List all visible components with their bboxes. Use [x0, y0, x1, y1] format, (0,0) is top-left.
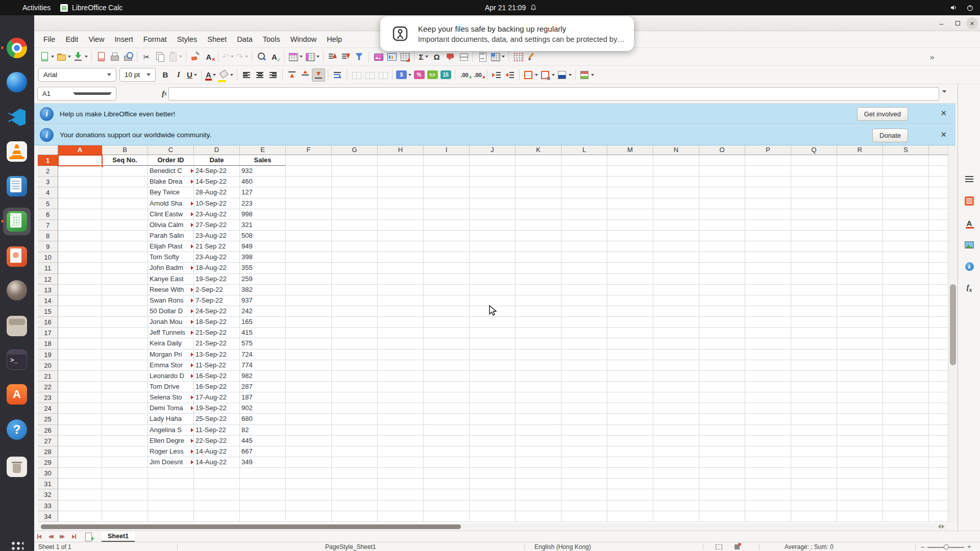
cell-Q30[interactable]: [791, 468, 837, 479]
cell-G3[interactable]: [332, 177, 378, 187]
cell-G14[interactable]: [332, 295, 378, 306]
cell-P29[interactable]: [745, 457, 791, 468]
cell-Q10[interactable]: [791, 252, 837, 263]
cell-K28[interactable]: [516, 446, 561, 457]
cell-I25[interactable]: [424, 414, 470, 424]
cell-C7[interactable]: Olivia Calm: [148, 220, 194, 231]
cell-A32[interactable]: [58, 489, 102, 500]
cell-M32[interactable]: [607, 489, 653, 500]
cell-K19[interactable]: [516, 349, 561, 360]
cell-S2[interactable]: [883, 166, 929, 177]
cell-G17[interactable]: [332, 328, 378, 338]
cell-C10[interactable]: Tom Softy: [148, 252, 194, 263]
cell-K31[interactable]: [516, 479, 561, 489]
row-header-4[interactable]: 4: [38, 187, 58, 198]
cell-partial-20[interactable]: [929, 360, 948, 371]
cell-P12[interactable]: [745, 274, 791, 285]
font-name-combo[interactable]: Arial: [38, 68, 116, 82]
cell-N9[interactable]: [653, 241, 699, 252]
cell-R25[interactable]: [837, 414, 883, 424]
donate-button[interactable]: Donate: [872, 129, 908, 142]
cell-N5[interactable]: [653, 198, 699, 209]
cell-N4[interactable]: [653, 187, 699, 198]
cell-R30[interactable]: [837, 468, 883, 479]
cell-F4[interactable]: [286, 187, 332, 198]
cell-B12[interactable]: [102, 274, 148, 285]
row-header-33[interactable]: 33: [38, 500, 58, 511]
row-header-16[interactable]: 16: [38, 317, 58, 328]
column-header-G[interactable]: G: [332, 145, 378, 155]
column-header-A[interactable]: A: [58, 145, 102, 155]
cell-C19[interactable]: Morgan Pri: [148, 349, 194, 360]
cell-Q22[interactable]: [791, 382, 837, 392]
center-vertically-button[interactable]: [299, 68, 312, 82]
cell-I5[interactable]: [424, 198, 470, 209]
cell-L24[interactable]: [561, 403, 607, 414]
cell-D28[interactable]: 14-Aug-22: [194, 446, 240, 457]
cell-J7[interactable]: [470, 220, 516, 231]
autofilter-button[interactable]: [353, 50, 366, 63]
column-header-K[interactable]: K: [516, 145, 561, 155]
row-header-7[interactable]: 7: [38, 220, 58, 231]
cell-B13[interactable]: [102, 285, 148, 295]
cell-G9[interactable]: [332, 241, 378, 252]
row-header-5[interactable]: 5: [38, 198, 58, 209]
close-icon[interactable]: ✕: [940, 131, 947, 138]
cell-M1[interactable]: [607, 155, 653, 166]
cell-O17[interactable]: [699, 328, 745, 338]
cell-G15[interactable]: [332, 306, 378, 317]
cell-Q29[interactable]: [791, 457, 837, 468]
cell-A1[interactable]: [58, 155, 102, 166]
cell-B17[interactable]: [102, 328, 148, 338]
cell-M21[interactable]: [607, 371, 653, 382]
cell-J14[interactable]: [470, 295, 516, 306]
cell-P30[interactable]: [745, 468, 791, 479]
cell-B34[interactable]: [102, 511, 148, 522]
bold-button[interactable]: B: [159, 68, 172, 82]
cell-L32[interactable]: [561, 489, 607, 500]
row-header-20[interactable]: 20: [38, 360, 58, 371]
cell-I2[interactable]: [424, 166, 470, 177]
cell-P3[interactable]: [745, 177, 791, 187]
cell-E26[interactable]: 82: [240, 425, 286, 436]
cell-K33[interactable]: [516, 500, 561, 511]
cell-C3[interactable]: Blake Drea: [148, 177, 194, 187]
cell-L6[interactable]: [561, 209, 607, 220]
cell-N10[interactable]: [653, 252, 699, 263]
cell-H22[interactable]: [378, 382, 424, 392]
cell-C15[interactable]: 50 Dollar D: [148, 306, 194, 317]
cell-partial-10[interactable]: [929, 252, 948, 263]
cell-M29[interactable]: [607, 457, 653, 468]
cell-J18[interactable]: [470, 338, 516, 349]
cell-D5[interactable]: 10-Sep-22: [194, 198, 240, 209]
cell-S22[interactable]: [883, 382, 929, 392]
cell-N29[interactable]: [653, 457, 699, 468]
row-header-8[interactable]: 8: [38, 231, 58, 241]
cell-J27[interactable]: [470, 436, 516, 446]
cell-E21[interactable]: 982: [240, 371, 286, 382]
cell-H12[interactable]: [378, 274, 424, 285]
cell-N28[interactable]: [653, 446, 699, 457]
row-header-29[interactable]: 29: [38, 457, 58, 468]
cell-M31[interactable]: [607, 479, 653, 489]
cell-D25[interactable]: 25-Sep-22: [194, 414, 240, 424]
cell-H27[interactable]: [378, 436, 424, 446]
cell-E12[interactable]: 259: [240, 274, 286, 285]
cell-J28[interactable]: [470, 446, 516, 457]
cell-J1[interactable]: [470, 155, 516, 166]
cell-I28[interactable]: [424, 446, 470, 457]
cell-I21[interactable]: [424, 371, 470, 382]
cell-A9[interactable]: [58, 241, 102, 252]
cell-I18[interactable]: [424, 338, 470, 349]
cell-R8[interactable]: [837, 231, 883, 241]
cell-H18[interactable]: [378, 338, 424, 349]
cell-B19[interactable]: [102, 349, 148, 360]
cell-O34[interactable]: [699, 511, 745, 522]
cell-D3[interactable]: 14-Sep-22: [194, 177, 240, 187]
cell-B11[interactable]: [102, 263, 148, 273]
cell-P5[interactable]: [745, 198, 791, 209]
format-as-date-button[interactable]: 15: [439, 68, 452, 82]
cell-S9[interactable]: [883, 241, 929, 252]
headers-and-footers-button[interactable]: [476, 50, 489, 63]
cell-L29[interactable]: [561, 457, 607, 468]
